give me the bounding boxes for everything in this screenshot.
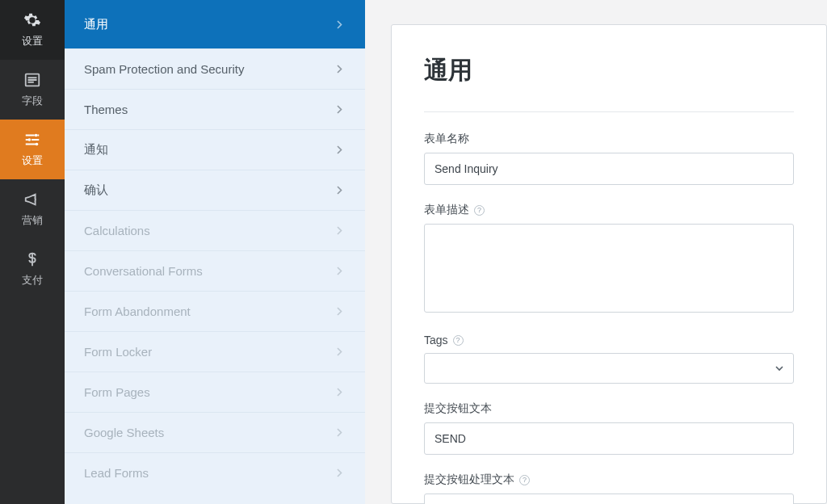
sidebar-item-label: Form Pages (84, 385, 150, 399)
field-submit-processing: 提交按钮处理文本 ? (424, 472, 794, 504)
field-form-desc: 表单描述 ? (424, 203, 794, 316)
settings-panel: 通用 表单名称 表单描述 ? Tags ? (391, 24, 827, 504)
field-submit-text: 提交按钮文本 (424, 401, 794, 455)
chevron-right-icon (337, 307, 342, 316)
main-area: 通用 表单名称 表单描述 ? Tags ? (365, 0, 827, 504)
rail-item-label: 字段 (22, 94, 43, 108)
label-submit-processing: 提交按钮处理文本 ? (424, 472, 794, 487)
sidebar-item-label: Form Locker (84, 345, 152, 359)
sidebar-item-pages[interactable]: Form Pages (65, 372, 365, 412)
input-submit-processing[interactable] (424, 494, 794, 504)
input-form-name[interactable] (424, 153, 794, 185)
sidebar-item-themes[interactable]: Themes (65, 89, 365, 129)
list-icon (23, 71, 41, 89)
sidebar-item-label: Conversational Forms (84, 264, 203, 278)
chevron-right-icon (337, 428, 342, 437)
sidebar-item-label: Form Abandonment (84, 304, 191, 318)
sidebar-item-general[interactable]: 通用 (65, 0, 365, 48)
sidebar-item-abandon[interactable]: Form Abandonment (65, 291, 365, 331)
sidebar-item-label: 确认 (84, 183, 108, 198)
chevron-right-icon (337, 267, 342, 275)
rail-item-payment[interactable]: 支付 (0, 239, 65, 299)
sidebar-item-label: Themes (84, 103, 128, 116)
settings-sidebar: 通用Spam Protection and SecurityThemes通知确认… (65, 0, 365, 504)
field-form-name: 表单名称 (424, 132, 794, 185)
label-form-name: 表单名称 (424, 132, 794, 146)
sidebar-item-notify[interactable]: 通知 (65, 129, 365, 170)
sidebar-item-label: Lead Forms (84, 466, 149, 480)
rail-item-fields[interactable]: 字段 (0, 60, 65, 120)
rail-item-settings[interactable]: 设置 (0, 120, 65, 179)
textarea-form-desc[interactable] (424, 224, 794, 313)
chevron-right-icon (337, 226, 342, 235)
sidebar-item-conv[interactable]: Conversational Forms (65, 250, 365, 291)
chevron-right-icon (337, 65, 342, 74)
primary-rail: 设置字段设置营销支付 (0, 0, 65, 504)
label-form-desc-text: 表单描述 (424, 203, 469, 217)
sidebar-item-label: Calculations (84, 224, 150, 237)
help-icon[interactable]: ? (453, 335, 464, 346)
sidebar-item-spam[interactable]: Spam Protection and Security (65, 48, 365, 89)
rail-item-label: 支付 (22, 273, 43, 288)
chevron-right-icon (337, 468, 342, 477)
sidebar-item-locker[interactable]: Form Locker (65, 331, 365, 372)
label-submit-processing-text: 提交按钮处理文本 (424, 472, 514, 487)
chevron-right-icon (337, 186, 342, 195)
sidebar-item-label: Spam Protection and Security (84, 62, 244, 76)
divider (424, 111, 794, 112)
label-tags: Tags ? (424, 334, 794, 346)
sidebar-item-label: Google Sheets (84, 426, 164, 439)
rail-item-top-options[interactable]: 设置 (0, 0, 65, 60)
rail-item-label: 设置 (22, 153, 43, 168)
sidebar-item-lead[interactable]: Lead Forms (65, 452, 365, 493)
megaphone-icon (23, 191, 41, 208)
rail-item-label: 营销 (22, 213, 43, 228)
help-icon[interactable]: ? (474, 205, 485, 216)
label-tags-text: Tags (424, 334, 448, 346)
label-submit-text: 提交按钮文本 (424, 401, 794, 416)
sidebar-item-label: 通用 (84, 17, 108, 32)
field-tags: Tags ? (424, 334, 794, 384)
rail-item-marketing[interactable]: 营销 (0, 179, 65, 239)
sliders-icon (23, 131, 41, 149)
panel-title: 通用 (424, 54, 794, 87)
chevron-right-icon (337, 388, 342, 397)
sidebar-item-sheets[interactable]: Google Sheets (65, 412, 365, 452)
svg-point-1 (35, 134, 38, 137)
help-icon[interactable]: ? (519, 475, 530, 485)
svg-point-3 (36, 143, 39, 146)
sidebar-item-confirm[interactable]: 确认 (65, 170, 365, 210)
chevron-right-icon (337, 145, 342, 154)
label-form-desc: 表单描述 ? (424, 203, 794, 217)
select-tags-wrap (424, 353, 794, 384)
input-submit-text[interactable] (424, 422, 794, 455)
rail-item-label: 设置 (22, 34, 43, 48)
chevron-right-icon (337, 347, 342, 356)
chevron-right-icon (337, 105, 342, 114)
select-tags[interactable] (424, 353, 794, 384)
sidebar-item-calc[interactable]: Calculations (65, 210, 365, 250)
gear-icon (23, 11, 41, 29)
dollar-icon (23, 250, 41, 268)
svg-point-2 (28, 138, 31, 141)
chevron-right-icon (337, 20, 342, 29)
sidebar-item-label: 通知 (84, 142, 108, 158)
